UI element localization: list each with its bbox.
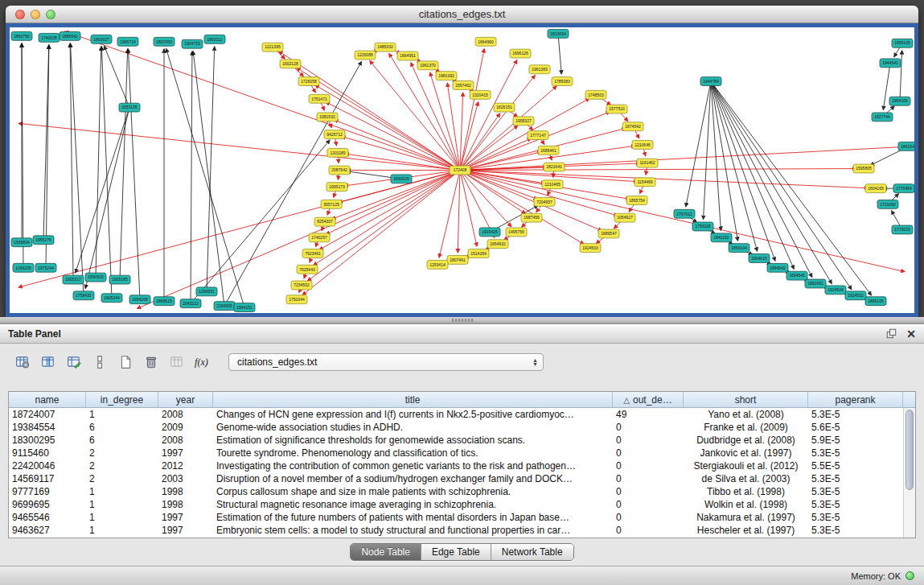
column-header-pagerank[interactable]: pagerank xyxy=(808,392,903,408)
graph-node[interactable]: 1961370 xyxy=(417,61,438,70)
graph-node[interactable]: 1827744 xyxy=(872,113,893,122)
column-header-title[interactable]: title xyxy=(213,392,613,408)
graph-node[interactable]: 1955276 xyxy=(33,236,54,245)
import-table-button[interactable] xyxy=(164,351,190,373)
graph-node[interactable]: 1981092 xyxy=(436,72,457,80)
table-row[interactable]: 977716911998Corpus callosum shape and si… xyxy=(9,485,903,498)
graph-node[interactable]: 1813054 xyxy=(548,29,569,38)
graph-node[interactable]: 1485332 xyxy=(375,43,396,51)
graph-node[interactable]: 1807453 xyxy=(154,37,175,46)
graph-node[interactable]: 1961383 xyxy=(529,65,550,74)
graph-node[interactable]: 1854104 xyxy=(729,244,749,253)
column-header-short[interactable]: short xyxy=(684,392,808,408)
graph-node[interactable]: 1685461 xyxy=(538,146,559,154)
tab-node-table[interactable]: Node Table xyxy=(351,544,421,560)
graph-node[interactable]: 1266205 xyxy=(13,263,34,272)
graph-node[interactable]: 1726058 xyxy=(298,77,319,86)
graph-node[interactable]: 1054927 xyxy=(614,213,635,222)
function-builder-button[interactable]: f(x) xyxy=(190,351,216,373)
graph-node[interactable]: 1748503 xyxy=(585,90,606,99)
panel-divider[interactable] xyxy=(0,317,924,323)
table-row[interactable]: 911546021997Tourette syndrome. Phenomeno… xyxy=(9,447,903,459)
table-row[interactable]: 1872400712008Changes of HCN gene express… xyxy=(9,408,903,421)
float-panel-icon[interactable] xyxy=(886,328,897,339)
graph-node[interactable]: 1892750 xyxy=(11,31,32,40)
graph-node[interactable]: 1161462 xyxy=(637,159,658,167)
table-scrollbar[interactable] xyxy=(903,408,915,538)
graph-node[interactable]: 7625443 xyxy=(297,265,318,274)
graph-node[interactable]: 1226088 xyxy=(355,51,376,60)
graph-node[interactable]: 1841542 xyxy=(898,142,914,150)
window-titlebar[interactable]: citations_edges.txt xyxy=(6,6,918,23)
create-column-button[interactable] xyxy=(113,351,138,373)
graph-node[interactable]: 7923461 xyxy=(302,249,323,258)
show-columns-button[interactable] xyxy=(35,351,61,373)
graph-node[interactable]: 1892451 xyxy=(805,279,826,288)
graph-node[interactable]: 1966714 xyxy=(117,37,138,46)
graph-node[interactable]: 1751471 xyxy=(309,94,330,103)
graph-node[interactable]: 1954106 xyxy=(889,97,910,105)
graph-node[interactable]: 1869515 xyxy=(154,297,175,306)
graph-node[interactable]: 1894542 xyxy=(767,263,788,272)
graph-node[interactable]: 2053105 xyxy=(119,103,140,112)
delete-column-button[interactable] xyxy=(138,351,164,373)
graph-node[interactable]: 1895754 xyxy=(626,196,647,205)
close-panel-icon[interactable]: ✕ xyxy=(906,328,916,340)
graph-node[interactable]: 1915425 xyxy=(479,228,500,237)
table-row[interactable]: 1456911722003Disruption of a novel membe… xyxy=(9,472,903,485)
column-header-name[interactable]: name xyxy=(9,392,86,408)
graph-node[interactable]: 1905244 xyxy=(101,294,122,303)
graph-node[interactable]: 1773015 xyxy=(892,225,913,234)
table-settings-button[interactable] xyxy=(10,351,35,373)
graph-node[interactable]: 1935173 xyxy=(326,183,347,192)
edit-table-button[interactable] xyxy=(61,351,87,373)
network-canvas[interactable]: 1724081221395160212817260581751471108153… xyxy=(10,27,914,313)
graph-node[interactable]: 1210465 xyxy=(542,180,563,189)
graph-node[interactable]: 1602128 xyxy=(280,60,301,68)
graph-node[interactable]: 1904615 xyxy=(749,254,770,263)
graph-node[interactable]: 1777147 xyxy=(528,131,548,140)
table-row[interactable]: 946362711997Embryonic stem cells: a mode… xyxy=(9,524,903,537)
graph-node[interactable]: 1664960 xyxy=(475,37,496,46)
graph-node[interactable]: 1320415 xyxy=(470,90,491,99)
graph-node[interactable]: 7234502 xyxy=(291,281,312,290)
table-row[interactable]: 1830029562008Estimation of significance … xyxy=(9,434,903,447)
graph-node[interactable]: 1221395 xyxy=(262,43,283,51)
tab-network-table[interactable]: Network Table xyxy=(491,544,573,560)
graph-node[interactable]: 1689547 xyxy=(598,229,619,238)
minimize-window-button[interactable] xyxy=(31,10,40,19)
graph-node[interactable]: 1296551 xyxy=(196,287,217,296)
graph-node[interactable]: 7204957 xyxy=(534,198,555,207)
graph-node[interactable]: 1210646 xyxy=(632,141,653,150)
tab-edge-table[interactable]: Edge Table xyxy=(421,544,491,560)
graph-node[interactable]: 1955105 xyxy=(892,39,913,47)
graph-node[interactable]: 1944784 xyxy=(700,77,721,86)
graph-node[interactable]: 1654208 xyxy=(129,295,150,304)
graph-node[interactable]: 1687456 xyxy=(521,213,542,222)
graph-node[interactable]: 1590515 xyxy=(85,273,106,282)
graph-node[interactable]: 2087542 xyxy=(329,166,350,175)
graph-node[interactable]: 1663027 xyxy=(91,35,112,43)
graph-node[interactable]: 1830029 xyxy=(391,175,412,183)
graph-node[interactable]: 1495756 xyxy=(506,228,527,237)
graph-node[interactable]: 1654932 xyxy=(487,240,508,249)
close-window-button[interactable] xyxy=(15,10,25,19)
table-row[interactable]: 946554611997Estimation of the future num… xyxy=(9,511,903,524)
graph-node[interactable]: 1694545 xyxy=(786,271,807,280)
graph-node[interactable]: 1253414 xyxy=(427,260,448,269)
graph-node[interactable]: 3057125 xyxy=(321,200,342,208)
graph-node[interactable]: 1821641 xyxy=(544,163,565,171)
graph-node[interactable]: 1905317 xyxy=(63,275,84,284)
graph-node[interactable]: 2043222 xyxy=(180,299,201,308)
graph-node[interactable]: 1958327 xyxy=(513,117,534,126)
table-scrollbar-thumb[interactable] xyxy=(906,410,914,490)
graph-node[interactable]: 1750344 xyxy=(286,295,307,304)
graph-node[interactable]: 1793118 xyxy=(692,222,713,231)
graph-node[interactable]: 1154469 xyxy=(634,178,655,187)
graph-node[interactable]: 1975244 xyxy=(35,263,56,272)
graph-node[interactable]: 1604165 xyxy=(865,184,886,193)
graph-node[interactable]: 1201189 xyxy=(327,148,348,157)
graph-node[interactable]: 1767912 xyxy=(674,209,695,218)
graph-node[interactable]: 1740035 xyxy=(39,33,60,42)
graph-node[interactable]: 1557462 xyxy=(453,81,474,90)
